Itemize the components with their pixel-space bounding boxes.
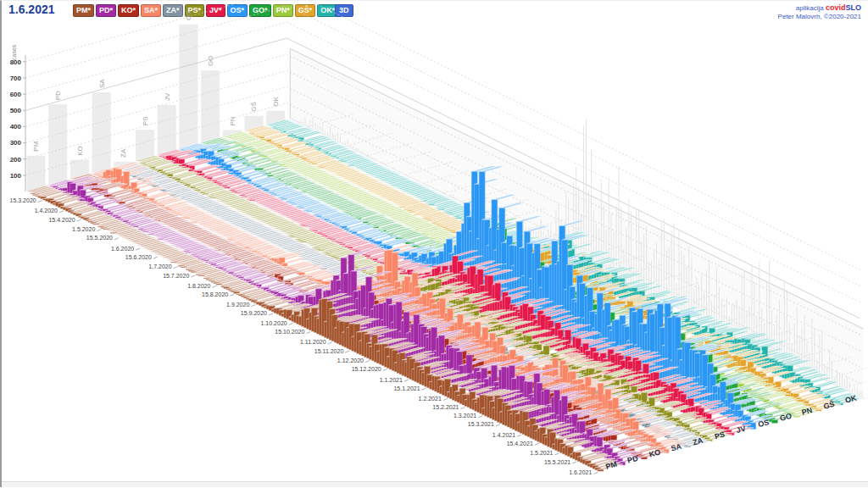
date-tick-label: 1.5.2021: [530, 450, 553, 456]
backwall-region-label: GO: [207, 56, 214, 66]
date-tick-label: 1.8.2020: [187, 283, 210, 289]
backwall-region-label: JV: [164, 92, 171, 101]
date-tick-label: 15.4.2021: [507, 441, 533, 446]
date-tick-label: 1.1.2021: [380, 377, 403, 383]
region-axis-label: OS: [757, 418, 770, 429]
date-tick-label: 1.3.2021: [453, 413, 476, 419]
date-tick-label: 15.4.2020: [48, 217, 75, 223]
chart-svg: PMPDKOSAZAPSJVOSGOPNGŠOK15.3.20201.4.202…: [2, 1, 868, 480]
date-tick-label: 15.12.2020: [352, 366, 381, 372]
date-tick-label: 1.4.2020: [35, 208, 58, 214]
date-tick-label: 15.5.2021: [544, 459, 570, 465]
date-tick-label: 1.4.2021: [492, 432, 515, 438]
backwall-region-label: PS: [142, 117, 149, 126]
backwall-region-label: OS: [185, 10, 192, 20]
date-tick-label: 1.5.2020: [72, 226, 95, 232]
date-tick-label: 1.10.2020: [261, 320, 287, 326]
date-tick-label: 1.7.2020: [148, 263, 171, 269]
date-tick-label: 1.6.2021: [569, 469, 592, 475]
date-tick-label: 15.3.2020: [10, 197, 36, 203]
y-tick-label: 500: [10, 107, 22, 114]
date-tick-label: 1.2.2021: [419, 396, 442, 402]
backwall-region-label: ZA: [120, 148, 127, 158]
date-tick-label: 15.1.2021: [393, 385, 420, 391]
y-tick-label: 700: [10, 75, 22, 82]
date-tick-label: 15.11.2020: [314, 348, 344, 354]
region-axis-label: GO: [779, 412, 793, 423]
y-tick-label: 600: [10, 91, 22, 98]
y-axis-labels: 100200300400500600700800cases: [10, 44, 25, 179]
date-tick-label: 15.5.2020: [86, 235, 113, 241]
covid-slo-app: 1.6.2021 PM*PD*KO*SA*ZA*PS*JV*OS*GO*PN*G…: [0, 0, 868, 487]
backwall-region-label: PD: [54, 91, 62, 100]
date-tick-label: 1.9.2020: [226, 302, 249, 308]
date-tick-label: 15.7.2020: [163, 273, 189, 279]
ridge-chart-canvas[interactable]: PMPDKOSAZAPSJVOSGOPNGŠOK15.3.20201.4.202…: [2, 1, 868, 480]
region-axis-label: PM: [604, 460, 618, 471]
bottom-strip: [2, 481, 868, 487]
date-tick-label: 15.10.2020: [275, 329, 304, 335]
y-tick-label: 400: [10, 123, 22, 130]
date-tick-label: 1.12.2020: [337, 358, 364, 363]
date-tick-label: 1.11.2020: [300, 339, 326, 345]
region-axis-label: PS: [714, 430, 726, 441]
backwall-region-label: KO: [76, 146, 84, 156]
backwall-region-label: SA: [98, 79, 106, 88]
y-tick-label: 100: [10, 172, 22, 180]
backwall-region-label: PM: [33, 141, 41, 152]
date-tick-label: 15.3.2021: [468, 421, 494, 427]
y-axis-title: cases: [11, 44, 17, 60]
date-tick-label: 1.6.2020: [111, 246, 134, 252]
backwall-region-label: OK: [272, 96, 280, 106]
date-tick-label: 15.2.2021: [432, 404, 459, 410]
y-tick-label: 200: [10, 156, 22, 164]
region-axis-label: PN: [801, 406, 814, 417]
date-tick-label: 15.6.2020: [125, 254, 152, 260]
region-axis-label: KO: [648, 447, 662, 458]
y-tick-label: 300: [10, 139, 22, 147]
date-tick-label: 15.9.2020: [241, 310, 267, 316]
backwall-region-label: GŠ: [251, 102, 259, 112]
date-tick-label: 15.8.2020: [202, 291, 228, 297]
